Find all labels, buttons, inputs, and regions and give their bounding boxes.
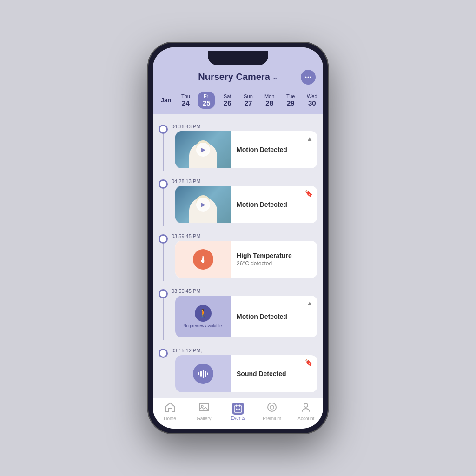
timeline-dot-1 bbox=[159, 125, 168, 134]
timeline-dot-4 bbox=[159, 289, 168, 298]
event-title-3: High Temperature bbox=[237, 252, 312, 259]
event-title-2: Motion Detected bbox=[237, 201, 312, 208]
calendar-bar: Jan Thu 24 Fri 25 Sat 26 Sun 27 bbox=[153, 88, 323, 114]
event-card-2[interactable]: ▶ Motion Detected 🔖 bbox=[175, 186, 317, 223]
svg-point-12 bbox=[237, 409, 238, 410]
event-card-5[interactable]: Sound Detected 🔖 bbox=[175, 355, 317, 392]
svg-point-1 bbox=[308, 76, 309, 78]
play-button-1[interactable]: ▶ bbox=[196, 143, 210, 157]
svg-point-15 bbox=[270, 405, 274, 409]
phone-screen: Nursery Camera ⌄ Jan Thu 24 Fri 25 bbox=[153, 47, 323, 429]
event-time-2: 04:28:13 PM bbox=[172, 178, 317, 184]
svg-rect-4 bbox=[200, 371, 202, 377]
event-card-4[interactable]: 🚶 No preview available. Motion Detected … bbox=[175, 296, 317, 337]
motion-no-preview-thumbnail: 🚶 No preview available. bbox=[175, 296, 231, 337]
bookmark-icon-2: 🔖 bbox=[305, 190, 313, 197]
event-info-3: High Temperature 26°C detected bbox=[231, 248, 317, 271]
month-label: Jan bbox=[157, 97, 175, 104]
events-icon bbox=[232, 403, 244, 415]
event-time-5: 03:15:12 PM, bbox=[172, 348, 317, 353]
event-thumbnail-2: ▶ bbox=[175, 186, 231, 223]
event-time-1: 04:36:43 PM bbox=[172, 124, 317, 129]
app-header: Nursery Camera ⌄ bbox=[153, 68, 323, 88]
sound-thumbnail-5 bbox=[175, 355, 231, 392]
svg-rect-7 bbox=[207, 372, 208, 375]
nav-item-premium[interactable]: Premium bbox=[258, 402, 286, 421]
camera-title: Nursery Camera bbox=[198, 72, 270, 82]
account-icon bbox=[300, 402, 311, 415]
day-tab-sun[interactable]: Sun 27 bbox=[240, 92, 257, 109]
day-tab-tue[interactable]: Tue 29 bbox=[282, 92, 299, 109]
event-info-5: Sound Detected bbox=[231, 366, 317, 381]
gallery-label: Gallery bbox=[197, 416, 212, 421]
day-tab-wed[interactable]: Wed 30 bbox=[303, 92, 321, 109]
event-title-4: Motion Detected bbox=[237, 313, 312, 320]
motion-person-icon: 🚶 bbox=[195, 305, 212, 322]
play-button-2[interactable]: ▶ bbox=[196, 198, 210, 212]
day-tab-thu[interactable]: Thu 24 bbox=[177, 92, 194, 109]
day-tab-sat[interactable]: Sat 26 bbox=[219, 92, 236, 109]
event-card-3[interactable]: 🌡 High Temperature 26°C detected bbox=[175, 241, 317, 278]
event-title-1: Motion Detected bbox=[237, 146, 312, 153]
timeline-dot-2 bbox=[159, 179, 168, 189]
upload-icon-4: ▲ bbox=[306, 299, 313, 307]
timeline-dot-3 bbox=[159, 234, 168, 244]
svg-rect-6 bbox=[205, 371, 206, 377]
notch-bar bbox=[153, 47, 323, 68]
event-time-3: 03:59:45 PM bbox=[172, 233, 317, 239]
bookmark-icon-5: 🔖 bbox=[305, 359, 313, 366]
svg-point-16 bbox=[304, 403, 308, 407]
svg-rect-3 bbox=[198, 372, 199, 375]
gallery-icon bbox=[198, 402, 210, 415]
svg-point-14 bbox=[268, 403, 276, 411]
bottom-nav: Home Gallery bbox=[153, 398, 323, 429]
events-list: 04:36:43 PM ▶ Motion Detected ▲ bbox=[153, 114, 323, 398]
day-tabs: Thu 24 Fri 25 Sat 26 Sun 27 Mon 28 bbox=[175, 92, 323, 109]
home-label: Home bbox=[164, 416, 176, 421]
home-icon bbox=[165, 402, 176, 415]
svg-point-0 bbox=[305, 76, 307, 78]
day-tab-fri[interactable]: Fri 25 bbox=[198, 92, 215, 109]
sound-wave-icon bbox=[193, 364, 213, 384]
svg-point-13 bbox=[238, 409, 240, 410]
account-label: Account bbox=[298, 416, 314, 421]
nav-item-events[interactable]: Events bbox=[224, 403, 252, 421]
event-time-4: 03:50:45 PM bbox=[172, 288, 317, 294]
phone-shell: Nursery Camera ⌄ Jan Thu 24 Fri 25 bbox=[147, 42, 329, 434]
svg-point-2 bbox=[310, 76, 311, 78]
more-options-button[interactable] bbox=[301, 70, 316, 85]
svg-rect-5 bbox=[203, 370, 204, 378]
event-title-5: Sound Detected bbox=[237, 370, 312, 377]
notch bbox=[208, 51, 268, 65]
nav-item-gallery[interactable]: Gallery bbox=[190, 402, 218, 421]
svg-point-11 bbox=[236, 409, 237, 410]
event-info-4: Motion Detected bbox=[231, 309, 317, 324]
upload-icon-1: ▲ bbox=[306, 135, 313, 142]
event-thumbnail-1: ▶ bbox=[175, 131, 231, 168]
temp-thumbnail-3: 🌡 bbox=[175, 241, 231, 278]
events-label: Events bbox=[231, 416, 245, 421]
event-info-2: Motion Detected bbox=[231, 197, 317, 212]
title-chevron[interactable]: ⌄ bbox=[272, 73, 278, 81]
event-subtitle-3: 26°C detected bbox=[237, 260, 312, 267]
no-preview-label: No preview available. bbox=[183, 324, 223, 328]
nav-item-home[interactable]: Home bbox=[156, 402, 184, 421]
nav-item-account[interactable]: Account bbox=[292, 402, 320, 421]
timeline-dot-5 bbox=[159, 349, 168, 358]
premium-label: Premium bbox=[263, 416, 281, 421]
event-card-1[interactable]: ▶ Motion Detected ▲ bbox=[175, 131, 317, 168]
temperature-icon: 🌡 bbox=[193, 249, 213, 270]
event-info-1: Motion Detected bbox=[231, 142, 317, 157]
premium-icon bbox=[266, 402, 278, 415]
day-tab-mon[interactable]: Mon 28 bbox=[261, 92, 278, 109]
